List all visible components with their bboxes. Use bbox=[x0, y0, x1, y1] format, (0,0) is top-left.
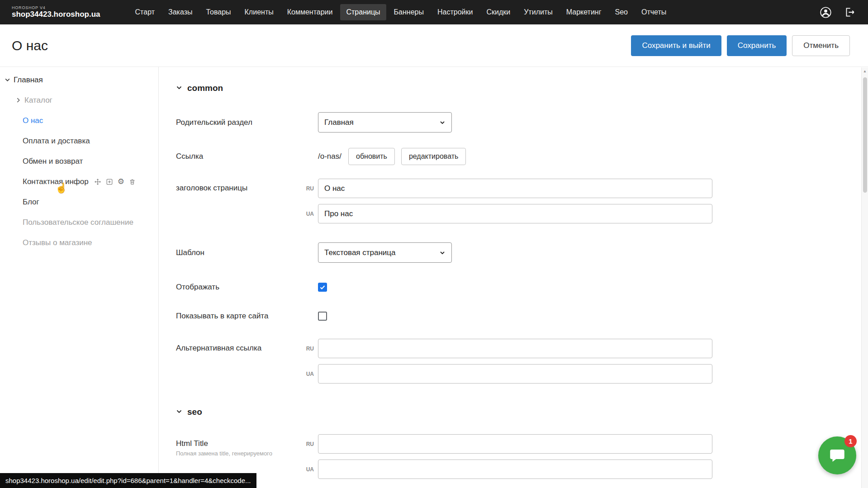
menu-item-utilities[interactable]: Утилиты bbox=[518, 4, 559, 20]
chat-widget-button[interactable]: 1 bbox=[818, 436, 856, 474]
trash-icon[interactable] bbox=[129, 178, 136, 185]
display-checkbox[interactable] bbox=[318, 283, 327, 292]
chevron-down-icon bbox=[439, 250, 446, 256]
lang-tag-ua: UA bbox=[299, 371, 318, 377]
menu-item-banners[interactable]: Баннеры bbox=[388, 4, 430, 20]
tree-item-katalog[interactable]: Каталог bbox=[0, 90, 158, 110]
logo-domain: shop34423.horoshop.ua bbox=[12, 10, 100, 19]
pages-tree-sidebar: Главная Каталог О нас Оплата и доставка … bbox=[0, 67, 159, 488]
lang-tag-ru: RU bbox=[299, 441, 318, 447]
chevron-down-icon[interactable] bbox=[5, 77, 13, 83]
chevron-down-icon bbox=[176, 83, 182, 93]
menu-item-start[interactable]: Старт bbox=[129, 4, 161, 20]
menu-item-orders[interactable]: Заказы bbox=[162, 4, 198, 20]
tree-item-label: Отзывы о магазине bbox=[23, 238, 92, 247]
tree-item-oplata[interactable]: Оплата и доставка bbox=[0, 131, 158, 151]
section-title: seo bbox=[187, 407, 202, 417]
tree-item-label: Пользовательское соглашение bbox=[23, 218, 133, 227]
page-edit-form: common Родительский раздел Главная Ссылк… bbox=[159, 67, 868, 488]
save-and-exit-button[interactable]: Сохранить и выйти bbox=[631, 35, 721, 56]
tree-item-soglashenie[interactable]: Пользовательское соглашение bbox=[0, 212, 158, 232]
link-label: Ссылка bbox=[176, 152, 299, 161]
menu-item-marketing[interactable]: Маркетинг bbox=[560, 4, 607, 20]
link-refresh-button[interactable]: обновить bbox=[348, 148, 395, 165]
chevron-right-icon[interactable] bbox=[15, 97, 24, 103]
tree-item-label: Контактная инфор bbox=[23, 177, 89, 186]
menu-item-discounts[interactable]: Скидки bbox=[480, 4, 516, 20]
menu-item-products[interactable]: Товары bbox=[200, 4, 237, 20]
tree-item-label: Главная bbox=[14, 76, 43, 85]
template-select[interactable]: Текстовая страница bbox=[318, 242, 452, 263]
tree-item-label: Обмен и возврат bbox=[23, 157, 83, 166]
tree-item-blog[interactable]: Блог bbox=[0, 192, 158, 212]
link-path-value: /o-nas/ bbox=[318, 152, 342, 161]
section-title: common bbox=[187, 83, 223, 93]
html-title-note: Полная замена title, генерируемого bbox=[176, 450, 299, 457]
alt-link-ua-input[interactable] bbox=[318, 364, 712, 384]
menu-item-pages[interactable]: Страницы bbox=[340, 4, 386, 20]
sitemap-label: Показывать в карте сайта bbox=[176, 312, 299, 321]
logo-version: HOROSHOP V4 bbox=[12, 5, 100, 10]
chat-unread-badge: 1 bbox=[844, 435, 857, 447]
tree-item-hover-actions: ⚙ bbox=[94, 178, 136, 185]
add-icon[interactable] bbox=[106, 178, 113, 185]
tree-item-glavnaya[interactable]: Главная bbox=[0, 70, 158, 90]
html-title-label: Html Title bbox=[176, 439, 299, 448]
logo[interactable]: HOROSHOP V4 shop34423.horoshop.ua bbox=[12, 5, 100, 19]
cancel-button[interactable]: Отменить bbox=[792, 35, 850, 56]
tree-item-kontaktnaya[interactable]: Контактная инфор ⚙ ☝ bbox=[0, 171, 158, 192]
tree-item-label: Блог bbox=[23, 198, 39, 207]
page-title-label: заголовок страницы bbox=[176, 179, 299, 193]
sitemap-checkbox[interactable] bbox=[318, 312, 327, 321]
lang-tag-ru: RU bbox=[299, 185, 318, 192]
account-icon[interactable] bbox=[820, 6, 832, 19]
html-title-ru-input[interactable] bbox=[318, 434, 712, 454]
tree-item-otzyvy[interactable]: Отзывы о магазине bbox=[0, 232, 158, 253]
tree-item-o-nas[interactable]: О нас bbox=[0, 110, 158, 131]
page-title-ru-input[interactable] bbox=[318, 179, 712, 198]
menu-item-seo[interactable]: Seo bbox=[609, 4, 634, 20]
tree-item-label: Оплата и доставка bbox=[23, 137, 90, 146]
menu-item-reports[interactable]: Отчеты bbox=[636, 4, 672, 20]
section-common[interactable]: common bbox=[176, 83, 868, 93]
tree-item-label: О нас bbox=[23, 116, 43, 125]
page-title-ua-input[interactable] bbox=[318, 204, 712, 223]
lang-tag-ua: UA bbox=[299, 211, 318, 217]
template-label: Шаблон bbox=[176, 248, 299, 257]
chevron-down-icon bbox=[439, 119, 446, 126]
page-header: О нас Сохранить и выйти Сохранить Отмени… bbox=[0, 24, 868, 67]
menu-item-comments[interactable]: Комментарии bbox=[281, 4, 339, 20]
gear-icon[interactable]: ⚙ bbox=[118, 178, 124, 185]
logout-icon[interactable] bbox=[844, 6, 855, 18]
vertical-scrollbar[interactable]: ▲ bbox=[861, 67, 868, 488]
parent-section-label: Родительский раздел bbox=[176, 118, 299, 127]
save-button[interactable]: Сохранить bbox=[727, 35, 787, 56]
alt-link-label: Альтернативная ссылка bbox=[176, 339, 299, 353]
scrollbar-thumb[interactable] bbox=[863, 77, 867, 193]
main-menu: Старт Заказы Товары Клиенты Комментарии … bbox=[129, 4, 820, 20]
scroll-up-arrow[interactable]: ▲ bbox=[862, 67, 868, 75]
page-title: О нас bbox=[12, 38, 48, 53]
topbar: HOROSHOP V4 shop34423.horoshop.ua Старт … bbox=[0, 0, 868, 24]
select-value: Главная bbox=[324, 118, 354, 127]
move-icon[interactable] bbox=[94, 178, 101, 185]
status-url-tooltip: shop34423.horoshop.ua/edit/edit.php?id=6… bbox=[0, 473, 256, 488]
lang-tag-ua: UA bbox=[299, 466, 318, 473]
chat-bubble-icon bbox=[828, 446, 847, 465]
menu-item-settings[interactable]: Настройки bbox=[432, 4, 479, 20]
display-label: Отображать bbox=[176, 283, 299, 292]
parent-section-select[interactable]: Главная bbox=[318, 112, 452, 133]
select-value: Текстовая страница bbox=[324, 248, 396, 257]
tree-item-obmen[interactable]: Обмен и возврат bbox=[0, 151, 158, 171]
menu-item-clients[interactable]: Клиенты bbox=[239, 4, 280, 20]
alt-link-ru-input[interactable] bbox=[318, 339, 712, 358]
html-title-ua-input[interactable] bbox=[318, 460, 712, 479]
link-edit-button[interactable]: редактировать bbox=[401, 148, 466, 165]
chevron-down-icon bbox=[176, 407, 182, 417]
lang-tag-ru: RU bbox=[299, 346, 318, 352]
section-seo[interactable]: seo bbox=[176, 407, 868, 417]
tree-item-label: Каталог bbox=[24, 96, 52, 105]
